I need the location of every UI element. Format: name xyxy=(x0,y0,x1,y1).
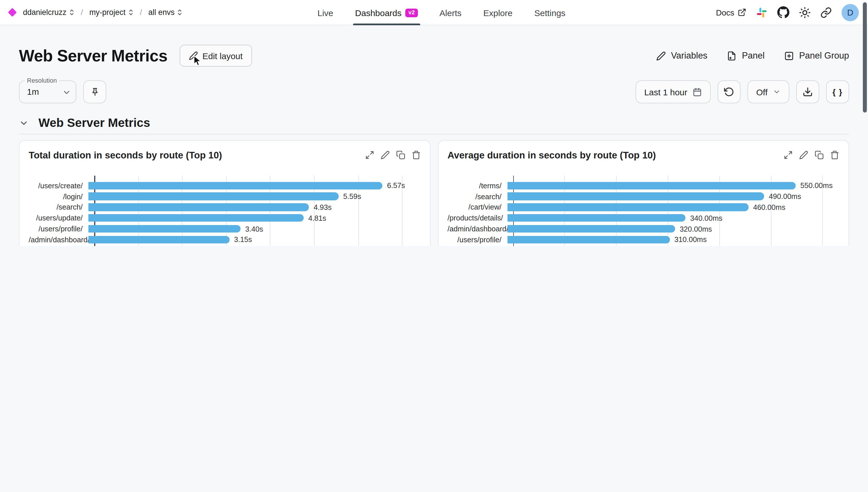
bar xyxy=(89,225,241,233)
chevron-down-icon[interactable] xyxy=(19,118,29,128)
breadcrumb-item[interactable]: ddanielcruzz xyxy=(23,8,75,17)
value-label: 3.15s xyxy=(234,236,252,244)
edit-layout-button[interactable]: Edit layout xyxy=(179,45,252,67)
json-button[interactable]: { } xyxy=(826,80,849,103)
page-title: Web Server Metrics xyxy=(19,46,167,65)
tab-alerts[interactable]: Alerts xyxy=(440,0,462,25)
brand-logo-icon[interactable] xyxy=(8,8,17,17)
bar-cell: 300.00ms xyxy=(507,245,839,246)
category-label: /products/details/ xyxy=(447,214,507,222)
category-label: /search/ xyxy=(447,192,507,201)
avatar[interactable]: D xyxy=(842,4,859,21)
category-label: /search/ xyxy=(29,203,89,212)
edit-icon[interactable] xyxy=(799,150,808,159)
breadcrumb-separator: / xyxy=(81,8,83,17)
pin-button[interactable] xyxy=(83,80,106,103)
section-title: Web Server Metrics xyxy=(39,116,150,130)
delete-icon[interactable] xyxy=(411,150,421,159)
breadcrumb-item[interactable]: my-project xyxy=(89,8,133,17)
category-label: /users/update/ xyxy=(29,214,89,222)
bar xyxy=(507,214,686,222)
category-label: /login/ xyxy=(29,192,89,201)
refresh-button[interactable] xyxy=(718,80,741,103)
bar-rows: /users/create/6.57s/login/5.59s/search/4… xyxy=(29,180,421,246)
docs-label: Docs xyxy=(716,8,734,17)
category-label: /users/profile/ xyxy=(29,224,89,233)
edit-layout-label: Edit layout xyxy=(202,51,243,60)
bar-row: /users/update/4.81s xyxy=(29,213,421,224)
bar-row: /cart/add/3.10s xyxy=(29,245,421,246)
bar-row: /users/create/6.57s xyxy=(29,180,421,191)
tab-label: Dashboards xyxy=(355,8,402,18)
bar xyxy=(89,193,339,200)
resolution-value: 1m xyxy=(27,87,39,96)
category-label: /cart/view/ xyxy=(447,203,507,212)
bar-cell: 3.10s xyxy=(89,245,421,246)
breadcrumb-label: my-project xyxy=(89,8,125,17)
value-label: 320.00ms xyxy=(680,224,712,233)
download-button[interactable] xyxy=(796,80,819,103)
chevron-down-icon xyxy=(773,88,781,96)
value-label: 4.81s xyxy=(308,214,326,222)
category-label: /users/profile/ xyxy=(447,236,507,244)
plus-square-icon xyxy=(784,51,794,60)
bar-cell: 310.00ms xyxy=(507,234,839,245)
panel-total-duration-by-route: Total duration in seconds by route (Top … xyxy=(19,140,430,246)
breadcrumb-item[interactable]: all envs xyxy=(148,8,183,17)
bar-row: /admin/dashboard/3.15s xyxy=(29,234,421,245)
time-range-button[interactable]: Last 1 hour xyxy=(636,80,711,103)
tab-badge: v2 xyxy=(405,8,418,17)
top-nav: ddanielcruzz/my-project/all envs LiveDas… xyxy=(0,0,868,25)
breadcrumb-label: all envs xyxy=(148,8,175,17)
expand-icon[interactable] xyxy=(365,150,374,159)
category-label: /terms/ xyxy=(447,181,507,190)
bar-row: /search/490.00ms xyxy=(447,191,839,202)
panel-row: Total duration in seconds by route (Top … xyxy=(19,140,849,246)
tab-live[interactable]: Live xyxy=(318,0,333,25)
slack-icon[interactable] xyxy=(756,7,768,18)
bar-cell: 490.00ms xyxy=(507,191,839,202)
value-label: 310.00ms xyxy=(674,236,707,244)
section-header[interactable]: Web Server Metrics xyxy=(19,116,849,130)
app: ddanielcruzz/my-project/all envs LiveDas… xyxy=(0,0,868,246)
value-label: 550.00ms xyxy=(800,181,833,190)
variables-label: Variables xyxy=(671,51,708,61)
file-plus-icon xyxy=(727,51,737,60)
add-panel-button[interactable]: Panel xyxy=(727,51,765,61)
page-header: Web Server Metrics Edit layout Variables… xyxy=(19,45,849,67)
sort-chevrons-icon xyxy=(69,8,75,17)
tab-label: Explore xyxy=(483,8,513,18)
pencil-icon xyxy=(189,51,198,60)
bar-cell: 5.59s xyxy=(89,191,421,202)
panel-title: Average duration in seconds by route (To… xyxy=(447,150,656,161)
bar xyxy=(89,236,229,243)
delete-icon[interactable] xyxy=(830,150,839,159)
add-panel-group-button[interactable]: Panel Group xyxy=(784,51,849,61)
tab-settings[interactable]: Settings xyxy=(534,0,565,25)
duplicate-icon[interactable] xyxy=(396,150,405,159)
duplicate-icon[interactable] xyxy=(815,150,824,159)
bar-chart[interactable]: /users/create/6.57s/login/5.59s/search/4… xyxy=(29,180,421,246)
tab-dashboards[interactable]: Dashboardsv2 xyxy=(355,0,418,25)
bar xyxy=(507,193,764,200)
value-label: 4.93s xyxy=(314,203,332,212)
bar-cell: 340.00ms xyxy=(507,213,839,224)
expand-icon[interactable] xyxy=(784,150,793,159)
variables-button[interactable]: Variables xyxy=(656,51,708,61)
link-icon[interactable] xyxy=(820,7,832,18)
sun-icon[interactable] xyxy=(799,7,811,18)
scrollbar-thumb[interactable] xyxy=(863,2,867,113)
docs-link[interactable]: Docs xyxy=(716,8,746,17)
bar-cell: 6.57s xyxy=(89,180,421,191)
bar-chart[interactable]: /terms/550.00ms/search/490.00ms/cart/vie… xyxy=(447,180,839,246)
auto-refresh-select[interactable]: Off xyxy=(748,80,789,103)
nav-tabs: LiveDashboardsv2AlertsExploreSettings xyxy=(318,0,566,25)
bar-row: /cart/view/460.00ms xyxy=(447,202,839,213)
github-icon[interactable] xyxy=(777,6,789,18)
bar-row: /products/details/340.00ms xyxy=(447,213,839,224)
category-label: /admin/dashboard/ xyxy=(29,236,89,244)
edit-icon[interactable] xyxy=(380,150,390,159)
resolution-select[interactable]: Resolution 1m xyxy=(19,80,76,103)
bar-row: /search/4.93s xyxy=(29,202,421,213)
tab-explore[interactable]: Explore xyxy=(483,0,513,25)
